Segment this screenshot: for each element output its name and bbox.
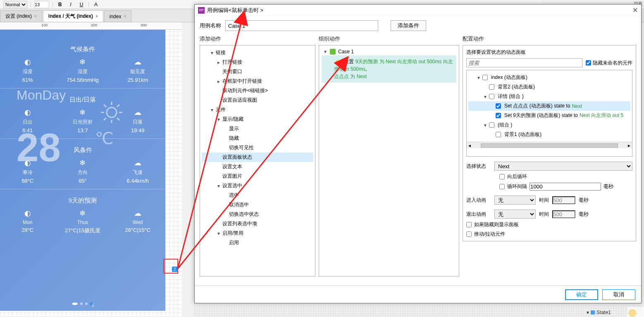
underline-btn[interactable]: U	[78, 1, 85, 8]
case-actions-panel[interactable]: ▾ Case 1 ⚡ 设置 9天的预测 为 Next 向左滑动 out 500m…	[319, 45, 459, 276]
action-tree-item[interactable]: 设置图片	[202, 172, 313, 181]
climate-section: 气候条件 ◐湿度61%❄湿度754.56mmHg☁能见度25.91km	[0, 45, 165, 83]
action-tree-item[interactable]: 设置自适应视图	[202, 95, 313, 105]
weather-icon: ◐	[24, 209, 31, 218]
widget-tree-item[interactable]: ▾(组合 )	[468, 120, 630, 130]
action-tree-item[interactable]: ▾链接	[202, 48, 313, 57]
action-tree-item[interactable]: 关闭窗口	[202, 67, 313, 76]
sun-icon	[99, 100, 124, 125]
anim-in-dropdown[interactable]: 无	[494, 195, 536, 205]
svg-line-6	[117, 118, 119, 120]
select-state-label: 选择状态	[466, 163, 491, 170]
actions-tree-panel[interactable]: ▾链接▸打开链接关闭窗口▸在框架中打开链接滚动到元件<锚链接>设置自适应视图▾元…	[200, 45, 315, 276]
dialog-title-text: 用例编辑<鼠标单击时 >	[207, 7, 263, 14]
action-tree-item[interactable]: ▾显示/隐藏	[202, 114, 313, 124]
action-tree-item[interactable]: ▾设置选中	[202, 181, 313, 191]
weather-cell: ◐湿度61%	[0, 57, 55, 83]
add-action-title: 添加动作	[200, 35, 315, 43]
action-tree-item[interactable]: ▾启用/禁用	[202, 229, 313, 238]
close-icon[interactable]: ×	[95, 14, 98, 19]
action-tree-item[interactable]: ▸打开链接	[202, 57, 313, 67]
case-name-input[interactable]	[225, 20, 378, 31]
weather-icon: ☁	[134, 209, 141, 218]
action-tree-item[interactable]: 滚动到元件<锚链接>	[202, 86, 313, 95]
canvas-dotted-background	[194, 304, 642, 316]
weather-cell: ❄方向65°	[55, 158, 110, 184]
anim-in-time-input[interactable]	[552, 196, 575, 204]
horizontal-scrollbar[interactable]: ◂▸	[467, 142, 632, 148]
action-tree-item[interactable]: 切换可见性	[202, 143, 313, 153]
select-state-dropdown[interactable]: Next	[494, 162, 632, 171]
selection-count-badge: 2	[172, 267, 178, 272]
case-header[interactable]: ▾ Case 1	[322, 48, 456, 55]
action-tree-item[interactable]: 启用	[202, 238, 313, 248]
add-condition-btn[interactable]: 添加条件	[391, 20, 426, 31]
close-icon[interactable]: ×	[124, 14, 126, 19]
widget-tree-item[interactable]: Set 点点点 (动态面板) state to Next	[468, 101, 630, 111]
bold-btn[interactable]: B	[56, 1, 64, 8]
close-icon[interactable]: ×	[34, 14, 37, 19]
state-tag[interactable]: ▾State1	[587, 310, 611, 315]
weather-cell: ❄湿度754.56mmHg	[55, 57, 110, 83]
dialog-close-btn[interactable]: ✕	[632, 6, 638, 14]
weather-icon: ❄	[79, 158, 86, 167]
action-tree-item[interactable]: 选中	[202, 191, 313, 200]
lightning-icon: ⚡	[334, 59, 340, 64]
italic-btn[interactable]: I	[67, 1, 74, 8]
anim-in-label: 进入动画	[466, 197, 491, 204]
loop-interval-input[interactable]	[530, 183, 601, 191]
horizontal-ruler: 100 200 300	[0, 22, 182, 30]
tab-settings-index[interactable]: 设置 (index)×	[0, 10, 42, 22]
widget-tree-item[interactable]: Set 9天的预测 (动态面板) state to Next 向左滑动 out …	[468, 111, 630, 120]
action-tree-item[interactable]: ▾元件	[202, 105, 313, 114]
action-tree-item[interactable]: 设置列表选中项	[202, 219, 313, 229]
font-color-btn[interactable]: A	[92, 1, 100, 8]
push-pull-checkbox[interactable]	[466, 231, 472, 237]
weather-icon: ❄	[79, 108, 86, 117]
widget-tree-item[interactable]: 背景1 (动态面板)	[468, 130, 630, 139]
configure-action-title: 配置动作	[463, 35, 636, 43]
case-name-label: 用例名称	[200, 22, 221, 29]
anim-out-time-input[interactable]	[552, 210, 575, 218]
action-tree-item[interactable]: 切换选中状态	[202, 210, 313, 219]
cancel-button[interactable]: 取消	[602, 289, 635, 300]
widget-tree-item[interactable]: ▾详情 (组合 )	[468, 92, 630, 101]
weather-widget[interactable]: MonDay 28 ℃ 气候条件 ◐湿度61%❄湿度754.56mmHg☁能见度…	[0, 30, 165, 311]
show-if-hidden-checkbox[interactable]	[466, 222, 472, 227]
action-tree-item[interactable]: 显示	[202, 124, 313, 133]
loop-back-checkbox[interactable]	[499, 174, 505, 179]
font-size-input[interactable]	[34, 1, 49, 8]
tab-weather-index[interactable]: index / 天气 (index)×	[43, 10, 103, 22]
action-tree-item[interactable]: 设置文本	[202, 162, 313, 172]
dialog-titlebar[interactable]: RP 用例编辑<鼠标单击时 > ✕	[195, 5, 641, 16]
widget-tree-item[interactable]: 背景2 (动态面板)	[468, 82, 630, 92]
canvas-area[interactable]: MonDay 28 ℃ 气候条件 ◐湿度61%❄湿度754.56mmHg☁能见度…	[0, 30, 182, 317]
weather-icon: ◐	[24, 57, 31, 67]
action-tree-item[interactable]: 隐藏	[202, 133, 313, 143]
widgets-tree[interactable]: ▾index (动态面板)背景2 (动态面板)▾详情 (组合 )Set 点点点 …	[466, 70, 632, 157]
widget-search-input[interactable]	[466, 58, 582, 67]
ok-button[interactable]: 确定	[565, 289, 598, 300]
widget-tree-item[interactable]: ▾index (动态面板)	[468, 73, 630, 82]
action-item[interactable]: ⚡ 设置 9天的预测 为 Next 向左滑动 out 500ms 向左滑动 in…	[322, 55, 456, 83]
hide-unnamed-checkbox[interactable]: 隐藏未命名的元件	[586, 58, 632, 67]
svg-line-7	[117, 105, 119, 107]
anim-out-dropdown[interactable]: 无	[494, 210, 536, 219]
organize-action-title: 组织动作	[319, 35, 459, 43]
weather-cell: ☁能见度25.91km	[110, 57, 165, 83]
weather-icon: ◐	[24, 108, 31, 117]
svg-line-8	[104, 118, 106, 120]
weather-icon: ❄	[79, 57, 86, 67]
style-dropdown[interactable]: Normal	[3, 1, 27, 8]
loop-interval-checkbox[interactable]	[499, 184, 505, 189]
action-tree-item[interactable]: 设置面板状态	[202, 153, 313, 162]
action-tree-item[interactable]: ▸在框架中打开链接	[202, 76, 313, 86]
weather-icon: ❄	[79, 209, 86, 218]
corner-decoration	[627, 307, 644, 317]
pagination-dots[interactable]: 1	[0, 303, 165, 305]
anim-out-label: 退出动画	[466, 211, 491, 218]
case-editor-dialog: RP 用例编辑<鼠标单击时 > ✕ 用例名称 添加条件 添加动作 ▾链接▸打开链…	[194, 4, 642, 303]
action-tree-item[interactable]: 取消选中	[202, 200, 313, 210]
configure-panel: 选择要设置状态的动态面板 隐藏未命名的元件 ▾index (动态面板)背景2 (…	[463, 45, 636, 241]
tab-index[interactable]: index×	[104, 10, 132, 22]
